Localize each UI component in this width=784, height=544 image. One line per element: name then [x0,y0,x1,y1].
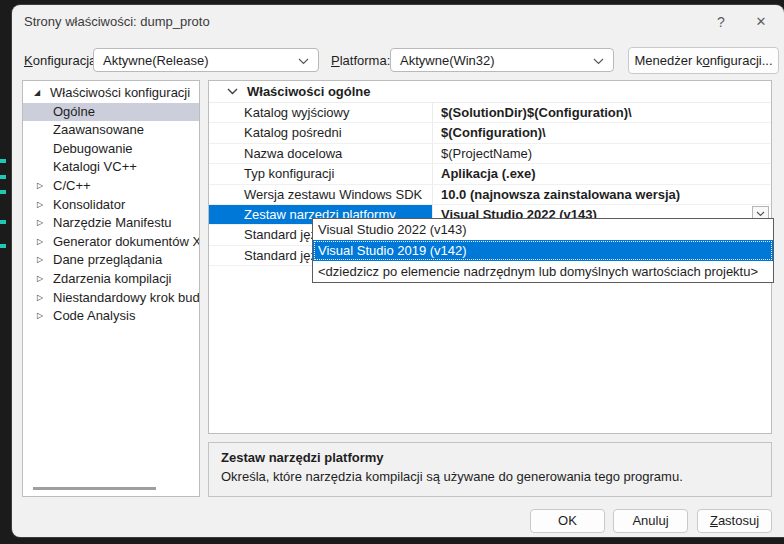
property-description-panel: Zestaw narzędzi platformy Określa, które… [208,442,772,497]
property-row-wersja-sdk[interactable]: Wersja zestawu Windows SDK 10.0 (najnows… [209,185,771,205]
tree-item-label: Niestandardowy krok budowy [53,289,199,308]
tree-item-label: Generator dokumentów XML [53,233,199,252]
platform-label: Platforma: [331,53,390,68]
configuration-manager-button[interactable]: Menedżer konfiguracji... [628,47,779,74]
tree-item-label: Narzędzie Manifestu [53,214,172,233]
property-value[interactable]: $(SolutionDir)$(Configuration)\ [433,103,771,122]
property-name: Katalog pośredni [209,123,433,142]
tree-collapsed-icon[interactable]: ▷ [37,233,53,252]
dialog-title: Strony właściwości: dump_proto [24,14,210,29]
tree-item-katalogi-vcpp[interactable]: Katalogi VC++ [23,158,199,177]
help-icon[interactable]: ? [706,11,736,33]
tree-item-label: Code Analysis [53,307,135,326]
chevron-down-icon [298,58,309,65]
background-code-mark [0,159,6,163]
background-code-mark [0,220,6,224]
dropdown-option-inherit[interactable]: <dziedzicz po elemencie nadrzędnym lub d… [313,261,773,282]
background-code-mark [0,244,6,248]
tree-item-code-analysis[interactable]: ▷ Code Analysis [23,307,199,326]
platform-selected-value: Aktywne(Win32) [400,53,495,68]
tree-collapsed-icon[interactable]: ▷ [37,214,53,233]
title-bar[interactable]: Strony właściwości: dump_proto ? ✕ [12,5,784,39]
tree-item-ogolne[interactable]: Ogólne [23,103,199,122]
close-icon[interactable]: ✕ [746,11,776,33]
tree-item-label: Ogólne [53,103,95,122]
background-code-mark [0,175,6,179]
property-name: Katalog wyjściowy [209,103,433,122]
configuration-select[interactable]: Aktywne(Release) [93,48,319,72]
property-row-katalog-wyjsciowy[interactable]: Katalog wyjściowy $(SolutionDir)$(Config… [209,103,771,123]
tree-item-generator-dokumentow-xml[interactable]: ▷ Generator dokumentów XML [23,233,199,252]
platform-select[interactable]: Aktywne(Win32) [390,48,614,72]
property-name: Nazwa docelowa [209,144,433,163]
configuration-selected-value: Aktywne(Release) [103,53,209,68]
platform-toolset-dropdown-list: Visual Studio 2022 (v143) Visual Studio … [312,218,774,283]
tree-item-label: Konsolidator [53,196,125,215]
property-row-typ-konfiguracji[interactable]: Typ konfiguracji Aplikacja (.exe) [209,164,771,184]
description-text: Określa, które narzędzia kompilacji są u… [221,469,759,484]
property-name: Typ konfiguracji [209,164,433,183]
tree-collapsed-icon[interactable]: ▷ [37,270,53,289]
configuration-label: Konfiguracja: [24,53,100,68]
tree-item-niestandardowy-krok-budowy[interactable]: ▷ Niestandardowy krok budowy [23,289,199,308]
tree-item-label: C/C++ [53,177,91,196]
property-value[interactable]: 10.0 (najnowsza zainstalowana wersja) [433,185,771,204]
screen: { "window": { "title": "Strony właściwoś… [0,0,784,544]
tree-item-wlasciwosci-konfiguracji[interactable]: ◢ Właściwości konfiguracji [23,84,199,103]
tree-item-konsolidator[interactable]: ▷ Konsolidator [23,196,199,215]
dropdown-option-vs2022[interactable]: Visual Studio 2022 (v143) [313,219,773,240]
tree-collapsed-icon[interactable]: ▷ [37,289,53,308]
tree-item-c-cpp[interactable]: ▷ C/C++ [23,177,199,196]
configuration-tree: ◢ Właściwości konfiguracji Ogólne Zaawan… [22,80,200,497]
tree-item-dane-przegladania[interactable]: ▷ Dane przeglądania [23,251,199,270]
tree-collapsed-icon[interactable]: ▷ [37,177,53,196]
tree-item-label: Dane przeglądania [53,251,162,270]
grid-group-title: Właściwości ogólne [247,84,371,99]
grid-group-header[interactable]: Właściwości ogólne [209,81,771,103]
tree-item-zdarzenia-kompilacji[interactable]: ▷ Zdarzenia kompilacji [23,270,199,289]
cancel-button[interactable]: Anuluj [613,509,688,533]
tree-item-label: Zaawansowane [53,121,144,140]
tree-collapsed-icon[interactable]: ▷ [37,196,53,215]
property-name: Wersja zestawu Windows SDK [209,185,433,204]
tree-collapsed-icon[interactable]: ▷ [37,307,53,326]
ok-button[interactable]: OK [530,509,605,533]
background-code-mark [0,190,6,194]
property-value[interactable]: $(ProjectName) [433,144,771,163]
apply-button[interactable]: Zastosuj [697,509,772,533]
dropdown-option-vs2019[interactable]: Visual Studio 2019 (v142) [313,240,773,261]
property-row-nazwa-docelowa[interactable]: Nazwa docelowa $(ProjectName) [209,144,771,164]
property-value[interactable]: Aplikacja (.exe) [433,164,771,183]
tree-item-label: Debugowanie [53,140,133,159]
chevron-down-icon[interactable] [218,88,238,95]
chevron-down-icon [593,58,604,65]
property-pages-dialog: Strony właściwości: dump_proto ? ✕ Konfi… [12,5,784,537]
property-row-katalog-posredni[interactable]: Katalog pośredni $(Configuration)\ [209,123,771,143]
tree-collapsed-icon[interactable]: ▷ [37,251,53,270]
tree-expanded-icon[interactable]: ◢ [34,84,50,103]
description-title: Zestaw narzędzi platformy [221,450,759,465]
tree-item-label: Zdarzenia kompilacji [53,270,172,289]
tree-item-label: Właściwości konfiguracji [50,84,190,103]
tree-item-zaawansowane[interactable]: Zaawansowane [23,121,199,140]
tree-item-label: Katalogi VC++ [53,158,137,177]
property-value[interactable]: $(Configuration)\ [433,123,771,142]
tree-item-narzedzie-manifestu[interactable]: ▷ Narzędzie Manifestu [23,214,199,233]
horizontal-scrollbar-thumb[interactable] [33,487,156,490]
tree-item-debugowanie[interactable]: Debugowanie [23,140,199,159]
